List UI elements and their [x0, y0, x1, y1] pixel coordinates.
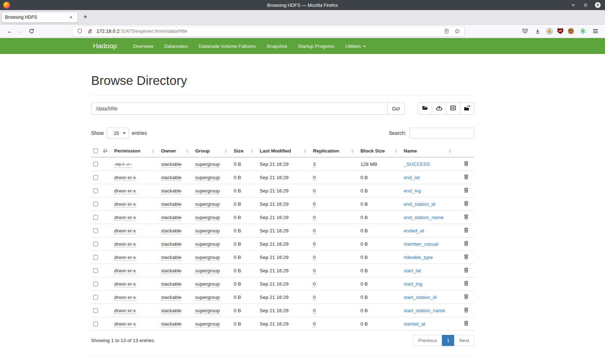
header-block-size[interactable]: Block Size: [360, 145, 404, 157]
trash-icon[interactable]: [464, 174, 469, 181]
nav-item-datanode-volume-failures[interactable]: Datanode Volume Failures: [193, 44, 261, 49]
url-bar[interactable]: 172.18.0.2:32475/explorer.html#/data/hfi…: [72, 26, 465, 37]
trash-icon[interactable]: [464, 161, 469, 167]
replication-value[interactable]: 0: [313, 215, 316, 221]
ublock-origin-icon[interactable]: uO: [557, 28, 563, 34]
trash-icon[interactable]: [464, 227, 469, 234]
trash-icon[interactable]: [464, 241, 469, 247]
group-value[interactable]: supergroup: [195, 175, 220, 181]
group-value[interactable]: supergroup: [195, 241, 220, 247]
replication-value[interactable]: 0: [313, 281, 316, 287]
create-directory-button[interactable]: [418, 103, 432, 115]
row-checkbox[interactable]: [93, 228, 98, 233]
owner-value[interactable]: stackable: [161, 308, 182, 314]
back-button[interactable]: ←: [4, 26, 15, 37]
row-checkbox[interactable]: [93, 242, 98, 246]
replication-value[interactable]: 0: [313, 268, 316, 274]
row-checkbox[interactable]: [93, 162, 98, 167]
window-minimize-icon[interactable]: [570, 2, 576, 8]
group-value[interactable]: supergroup: [195, 281, 220, 287]
owner-value[interactable]: stackable: [161, 321, 182, 327]
file-link[interactable]: end_lng: [404, 188, 421, 194]
row-checkbox[interactable]: [93, 202, 98, 206]
reload-button[interactable]: [26, 26, 37, 37]
header-replication[interactable]: Replication: [313, 145, 360, 157]
row-checkbox[interactable]: [93, 188, 98, 193]
shield-icon[interactable]: [76, 27, 84, 35]
permission-value[interactable]: drwxr-xr-x: [114, 215, 136, 221]
trash-icon[interactable]: [464, 320, 469, 327]
group-value[interactable]: supergroup: [195, 268, 220, 274]
header-group[interactable]: Group: [195, 145, 234, 157]
file-link[interactable]: start_station_id: [404, 295, 437, 300]
pagination-next[interactable]: Next: [454, 335, 474, 346]
replication-value[interactable]: 0: [313, 308, 316, 314]
group-value[interactable]: supergroup: [195, 228, 220, 234]
trash-icon[interactable]: [464, 294, 469, 300]
nav-item-overview[interactable]: Overview: [128, 44, 159, 49]
header-permission[interactable]: Permission: [114, 145, 161, 157]
permission-value[interactable]: drwxr-xr-x: [114, 268, 136, 274]
file-link[interactable]: end_station_id: [404, 201, 435, 207]
go-button[interactable]: Go!: [387, 103, 405, 115]
group-value[interactable]: supergroup: [195, 161, 220, 168]
owner-value[interactable]: stackable: [161, 255, 182, 261]
owner-value[interactable]: stackable: [161, 241, 182, 247]
group-value[interactable]: supergroup: [195, 295, 220, 301]
search-input[interactable]: [409, 128, 474, 138]
cookie-extension-icon[interactable]: [568, 28, 574, 34]
select-all-header[interactable]: [91, 145, 114, 157]
owner-value[interactable]: stackable: [161, 175, 182, 181]
forward-button[interactable]: →: [15, 26, 26, 37]
header-owner[interactable]: Owner: [161, 145, 195, 157]
group-value[interactable]: supergroup: [195, 188, 220, 194]
replication-value[interactable]: 0: [313, 201, 316, 208]
permission-value[interactable]: drwxr-xr-x: [114, 175, 136, 181]
nav-item-utilities[interactable]: Utilities: [340, 44, 372, 49]
file-link[interactable]: end_station_name: [404, 215, 444, 220]
permission-value[interactable]: drwxr-xr-x: [114, 241, 136, 247]
folder-move-button[interactable]: [460, 103, 474, 115]
owner-value[interactable]: stackable: [161, 215, 182, 221]
header-size[interactable]: Size: [234, 145, 260, 157]
permission-value[interactable]: drwxr-xr-x: [114, 308, 136, 314]
row-checkbox[interactable]: [93, 255, 98, 260]
hadoop-brand[interactable]: Hadoop: [93, 42, 117, 50]
replication-value[interactable]: 0: [313, 228, 316, 234]
header-name[interactable]: Name: [404, 145, 458, 157]
file-link[interactable]: start_station_name: [404, 308, 445, 313]
replication-value[interactable]: 0: [313, 295, 316, 301]
privacy-extension-icon[interactable]: [546, 28, 553, 35]
download-icon[interactable]: [534, 27, 542, 35]
new-tab-button[interactable]: [81, 13, 90, 22]
permission-value[interactable]: drwxr-xr-x: [114, 281, 136, 287]
group-value[interactable]: supergroup: [195, 308, 220, 314]
file-link[interactable]: started_at: [404, 321, 425, 327]
nav-item-datanodes[interactable]: Datanodes: [159, 44, 193, 49]
row-checkbox[interactable]: [93, 295, 98, 300]
directory-path-input[interactable]: [91, 103, 387, 115]
permission-value[interactable]: drwxr-xr-x: [114, 255, 136, 261]
trash-icon[interactable]: [464, 281, 469, 287]
row-checkbox[interactable]: [93, 268, 98, 273]
permission-value[interactable]: drwxr-xr-x: [114, 295, 136, 301]
trash-icon[interactable]: [464, 201, 469, 207]
trash-icon[interactable]: [464, 214, 469, 220]
group-value[interactable]: supergroup: [195, 321, 220, 327]
file-link[interactable]: end_lat: [404, 175, 420, 180]
row-checkbox[interactable]: [93, 175, 98, 180]
select-all-checkbox[interactable]: [93, 149, 98, 153]
row-checkbox[interactable]: [93, 282, 98, 286]
pagination-previous[interactable]: Previous: [413, 335, 442, 346]
row-checkbox[interactable]: [93, 215, 98, 220]
asterisk-extension-icon[interactable]: [579, 27, 587, 35]
owner-value[interactable]: stackable: [161, 295, 182, 301]
tab-browsing-hdfs[interactable]: Browsing HDFS: [1, 12, 78, 23]
file-link[interactable]: start_lat: [404, 268, 421, 273]
header-last-modified[interactable]: Last Modified: [260, 145, 313, 157]
insecure-lock-icon[interactable]: [86, 27, 94, 35]
page-size-select[interactable]: 25: [107, 128, 129, 138]
list-button[interactable]: [446, 103, 460, 115]
upload-files-button[interactable]: [432, 103, 446, 115]
file-link[interactable]: ended_at: [404, 228, 424, 233]
